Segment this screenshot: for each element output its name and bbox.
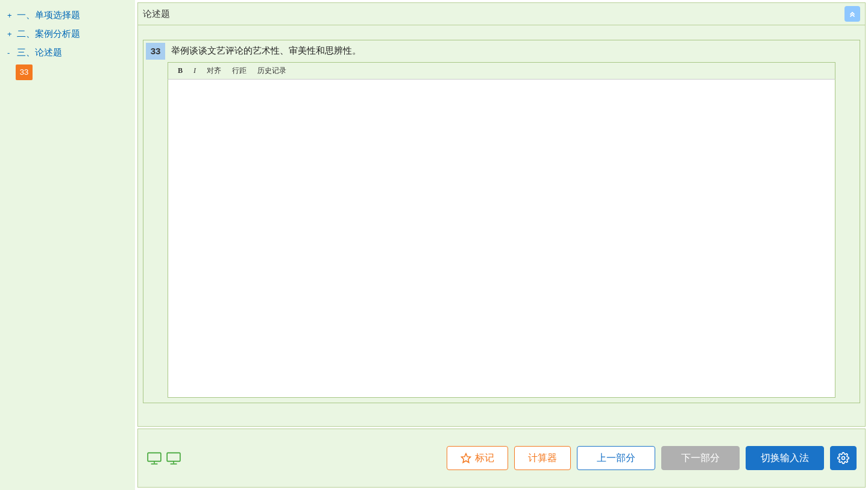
sidebar-section-label: 二、案例分析题: [17, 28, 80, 40]
calculator-label: 计算器: [528, 452, 557, 465]
svg-point-7: [842, 457, 845, 460]
scroll-to-top-button[interactable]: [844, 6, 860, 22]
expand-icon: +: [7, 30, 14, 39]
answer-textarea[interactable]: [168, 80, 835, 398]
ime-label: 切换输入法: [761, 452, 809, 465]
editor: B I 对齐 行距 历史记录: [168, 62, 835, 398]
sidebar: + 一、单项选择题 + 二、案例分析题 - 三、论述题 33: [0, 0, 135, 490]
question-number: 33: [146, 43, 165, 60]
question-block: 33 举例谈谈文艺评论的艺术性、审美性和思辨性。 B I 对齐 行距 历史记录: [143, 40, 860, 403]
content-area: 33 举例谈谈文艺评论的艺术性、审美性和思辨性。 B I 对齐 行距 历史记录: [137, 25, 866, 427]
sidebar-section-label: 一、单项选择题: [17, 10, 80, 21]
collapse-icon: -: [7, 48, 14, 57]
section-title: 论述题: [143, 8, 170, 20]
question-text: 举例谈谈文艺评论的艺术性、审美性和思辨性。: [165, 43, 857, 59]
gear-icon: [837, 452, 849, 464]
prev-label: 上一部分: [597, 452, 635, 465]
mark-button[interactable]: 标记: [447, 446, 508, 470]
monitor-icon: [146, 451, 162, 465]
linespace-button[interactable]: 行距: [227, 64, 251, 77]
prev-section-button[interactable]: 上一部分: [577, 446, 655, 470]
mark-label: 标记: [475, 452, 494, 465]
svg-rect-0: [148, 453, 161, 461]
editor-toolbar: B I 对齐 行距 历史记录: [168, 62, 835, 80]
svg-rect-3: [167, 453, 180, 461]
history-button[interactable]: 历史记录: [253, 64, 291, 77]
svg-marker-6: [462, 454, 471, 463]
question-nav-item-33[interactable]: 33: [16, 64, 33, 80]
align-button[interactable]: 对齐: [202, 64, 226, 77]
footer-left: [146, 451, 181, 465]
footer: 标记 计算器 上一部分 下一部分 切换输入法: [137, 429, 866, 488]
footer-right: 标记 计算器 上一部分 下一部分 切换输入法: [447, 446, 857, 470]
next-section-button: 下一部分: [661, 446, 740, 470]
sidebar-section-2[interactable]: + 二、案例分析题: [5, 25, 130, 43]
expand-icon: +: [7, 11, 14, 20]
settings-button[interactable]: [830, 446, 857, 470]
question-nav: 33: [16, 64, 130, 80]
sidebar-section-3[interactable]: - 三、论述题: [5, 43, 130, 62]
sidebar-section-label: 三、论述题: [17, 47, 62, 58]
calculator-button[interactable]: 计算器: [514, 446, 571, 470]
main-panel: 论述题 33 举例谈谈文艺评论的艺术性、审美性和思辨性。 B I 对齐: [135, 0, 868, 490]
question-header: 33 举例谈谈文艺评论的艺术性、审美性和思辨性。: [143, 40, 860, 62]
next-label: 下一部分: [681, 452, 720, 465]
bold-button[interactable]: B: [173, 65, 187, 77]
star-icon: [461, 453, 471, 463]
switch-ime-button[interactable]: 切换输入法: [746, 446, 824, 470]
header: 论述题: [137, 2, 866, 25]
sidebar-section-1[interactable]: + 一、单项选择题: [5, 6, 130, 25]
monitor-icon: [166, 451, 181, 465]
chevron-double-up-icon: [848, 10, 857, 18]
content-scroll[interactable]: 33 举例谈谈文艺评论的艺术性、审美性和思辨性。 B I 对齐 行距 历史记录: [138, 25, 865, 426]
italic-button[interactable]: I: [189, 65, 201, 77]
